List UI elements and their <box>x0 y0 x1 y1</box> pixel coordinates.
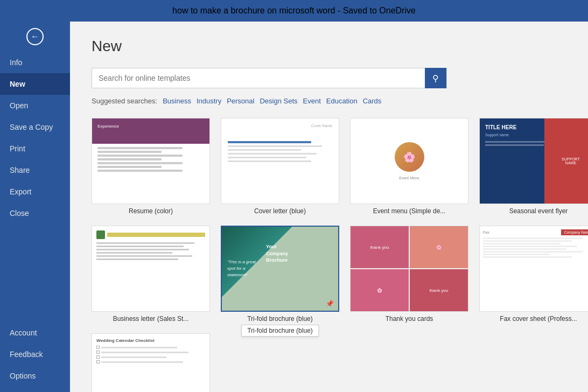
sidebar-item-share[interactable]: Share <box>0 159 70 181</box>
main-layout: ← Info New Open Save a Copy Print Share … <box>0 22 588 392</box>
search-icon: ⚲ <box>432 73 439 83</box>
template-thumb-brochure: "This is a greatspot for astatement" You… <box>221 226 339 312</box>
document-title: how to make a brochure on microsoft word… <box>172 6 416 16</box>
back-icon: ← <box>26 28 44 45</box>
template-card-seasonal-flyer[interactable]: TITLE HERE Support name SUPPORTNAME Seas… <box>479 118 588 215</box>
suggested-business[interactable]: Business <box>163 97 191 105</box>
search-button[interactable]: ⚲ <box>425 68 446 88</box>
sidebar-item-close[interactable]: Close <box>0 202 70 224</box>
suggested-personal[interactable]: Personal <box>227 97 254 105</box>
template-card-cover-letter[interactable]: Cover Name Cover letter (blue) <box>221 118 339 215</box>
sidebar-item-account[interactable]: Account <box>0 322 70 344</box>
template-card-wedding[interactable]: Wedding Calendar Checklist <box>92 333 210 392</box>
suggested-education[interactable]: Education <box>326 97 358 105</box>
template-label: Seasonal event flyer <box>509 207 568 215</box>
search-bar: ⚲ <box>92 68 447 88</box>
sidebar-bottom: Account Feedback Options <box>0 322 70 387</box>
sidebar-item-print[interactable]: Print <box>0 138 70 159</box>
suggested-industry[interactable]: Industry <box>197 97 221 105</box>
template-label: Cover letter (blue) <box>254 207 306 215</box>
template-tooltip: Tri-fold brochure (blue) <box>241 325 319 337</box>
template-thumb-resume: Experience <box>92 118 210 204</box>
template-label: Tri-fold brochure (blue) <box>247 315 313 323</box>
template-thumb-seasonal: TITLE HERE Support name SUPPORTNAME <box>479 118 588 204</box>
suggested-searches: Suggested searches: Business Industry Pe… <box>92 97 566 105</box>
sidebar-item-open[interactable]: Open <box>0 95 70 116</box>
template-thumb-wedding: Wedding Calendar Checklist <box>92 333 210 392</box>
sidebar-divider <box>0 224 70 322</box>
sidebar: ← Info New Open Save a Copy Print Share … <box>0 22 70 392</box>
template-card-resume-color[interactable]: Experience Resume (color) <box>92 118 210 215</box>
template-thumb-cover: Cover Name <box>221 118 339 204</box>
content-area: New ⚲ Suggested searches: Business Indus… <box>70 22 588 392</box>
template-card-event-menu[interactable]: 🌸 Event Menu Event menu (Simple de... <box>350 118 468 215</box>
template-card-trifold[interactable]: "This is a greatspot for astatement" You… <box>221 226 339 323</box>
template-thumb-fax: Fax Company Name <box>479 226 588 312</box>
template-label: Fax cover sheet (Profess... <box>500 315 577 323</box>
suggested-cards[interactable]: Cards <box>363 97 382 105</box>
template-thumb-event: 🌸 Event Menu <box>350 118 468 204</box>
search-input[interactable] <box>92 74 425 82</box>
template-thumb-thankyou: thank you 🌸 🌸 thank you <box>350 226 468 312</box>
suggested-label: Suggested searches: <box>92 97 157 105</box>
template-card-business-letter[interactable]: Business letter (Sales St... <box>92 226 210 323</box>
page-title: New <box>92 38 566 55</box>
sidebar-item-info[interactable]: Info <box>0 52 70 73</box>
sidebar-item-new[interactable]: New <box>0 73 70 95</box>
suggested-event[interactable]: Event <box>303 97 321 105</box>
sidebar-item-feedback[interactable]: Feedback <box>0 344 70 365</box>
sidebar-item-export[interactable]: Export <box>0 181 70 202</box>
sidebar-item-options[interactable]: Options <box>0 365 70 387</box>
template-label: Thank you cards <box>386 315 433 323</box>
template-card-fax[interactable]: Fax Company Name <box>479 226 588 323</box>
template-label: Business letter (Sales St... <box>113 315 189 323</box>
top-bar: how to make a brochure on microsoft word… <box>0 0 588 22</box>
suggested-design-sets[interactable]: Design Sets <box>260 97 297 105</box>
template-thumb-business <box>92 226 210 312</box>
back-button[interactable]: ← <box>0 22 70 52</box>
template-label: Resume (color) <box>129 207 173 215</box>
template-label: Event menu (Simple de... <box>373 207 446 215</box>
template-grid: Experience Resume (color) <box>92 118 566 392</box>
pin-icon: 📌 <box>326 300 334 307</box>
sidebar-item-save-copy[interactable]: Save a Copy <box>0 116 70 138</box>
template-card-thankyou[interactable]: thank you 🌸 🌸 thank you Thank you car <box>350 226 468 323</box>
